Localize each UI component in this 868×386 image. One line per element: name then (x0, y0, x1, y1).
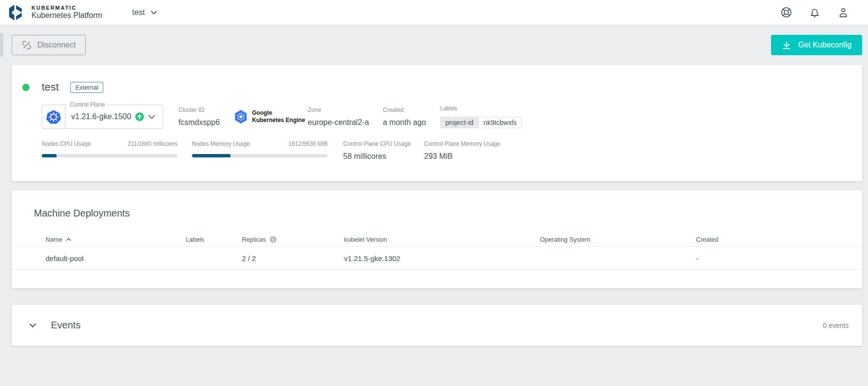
nodes-cpu-usage: Nodes CPU Usage 211/1880 millicores (42, 140, 177, 161)
help-button[interactable] (780, 6, 792, 19)
kubernetes-icon-box (42, 105, 65, 128)
get-kubeconfig-button[interactable]: Get Kubeconfig (771, 35, 862, 55)
created-label: Created (383, 107, 440, 113)
cp-memory-usage-value: 293 MiB (424, 152, 500, 161)
upgrade-available-icon[interactable] (135, 112, 144, 121)
md-created: - (696, 254, 862, 262)
brand-name: KUBERMATIC (32, 5, 102, 11)
control-plane-memory-usage: Control Plane Memory Usage 293 MiB (424, 140, 500, 161)
project-selector[interactable]: test (132, 8, 157, 17)
provider-name-line1: Google (252, 109, 305, 117)
cp-memory-usage-label: Control Plane Memory Usage (424, 140, 500, 147)
disconnect-button[interactable]: Disconnect (12, 35, 86, 55)
provider-name-line2: Kubernetes Engine (252, 117, 305, 124)
external-badge: External (70, 82, 103, 93)
label-chip: project-id nk9tcbwxls (440, 117, 522, 128)
user-icon (837, 7, 849, 18)
cp-cpu-usage-value: 58 millicores (343, 152, 420, 161)
column-header-os: Operating System (540, 236, 696, 243)
control-plane-label: Control Plane (67, 101, 108, 108)
nodes-cpu-usage-label: Nodes CPU Usage (42, 140, 91, 147)
lifebuoy-help-icon (780, 6, 792, 18)
labels-label: Labels (440, 105, 522, 112)
nodes-memory-usage-label: Nodes Memory Usage (192, 140, 250, 147)
control-plane-version: v1.21.6-gke.1500 (71, 112, 131, 121)
sort-asc-icon (66, 238, 71, 241)
info-icon[interactable] (269, 236, 277, 243)
chevron-down-icon (29, 323, 36, 328)
kubermatic-logo-icon (8, 4, 26, 21)
cluster-id-label: Cluster ID (178, 107, 234, 113)
bell-icon (809, 7, 821, 18)
md-replicas: 2 / 2 (242, 254, 344, 262)
nodes-memory-progressbar (192, 154, 328, 157)
events-title: Events (51, 320, 80, 331)
machine-deployments-card: Machine Deployments Name Labels Replicas (12, 190, 862, 288)
column-header-created: Created (696, 236, 862, 243)
column-header-labels: Labels (186, 236, 242, 243)
nodes-cpu-progress-fill (42, 154, 57, 157)
notifications-button[interactable] (808, 6, 821, 19)
user-menu-button[interactable] (837, 6, 850, 19)
cluster-toolbar: Disconnect Get Kubeconfig (0, 35, 868, 55)
disconnect-button-label: Disconnect (37, 41, 76, 49)
nodes-cpu-progressbar (42, 154, 177, 157)
column-header-replicas: Replicas (242, 236, 344, 243)
control-plane-cpu-usage: Control Plane CPU Usage 58 millicores (343, 140, 420, 161)
machine-deployment-row[interactable]: default-pool 2 / 2 v1.21.5-gke.1302 - (12, 247, 862, 270)
brand-subtitle: Kubernetes Platform (32, 11, 102, 20)
label-chip-key: project-id (440, 117, 478, 128)
nodes-memory-progress-fill (192, 154, 231, 157)
events-card: Events 0 events (12, 305, 862, 346)
machine-deployments-table: Name Labels Replicas kubelet Version (12, 232, 862, 270)
events-count: 0 events (823, 322, 849, 329)
kubermatic-logo[interactable]: KUBERMATIC Kubernetes Platform (8, 4, 102, 21)
zone-value: europe-central2-a (308, 118, 383, 127)
machine-deployments-title: Machine Deployments (12, 190, 862, 219)
top-header: KUBERMATIC Kubernetes Platform test (0, 0, 868, 25)
gke-icon (234, 109, 248, 124)
nodes-memory-usage-value: 1612/5636 MiB (288, 140, 328, 147)
control-plane-version-select[interactable]: Control Plane (42, 105, 163, 129)
events-expand-toggle[interactable] (29, 323, 36, 328)
chevron-down-icon (151, 11, 157, 15)
kubernetes-icon (46, 109, 61, 124)
provider-logo: Google Kubernetes Engine (234, 109, 308, 124)
sidenav-edge[interactable] (0, 33, 3, 57)
md-kubelet-version: v1.21.5-gke.1302 (344, 254, 540, 262)
nodes-cpu-usage-value: 211/1880 millicores (128, 140, 178, 147)
get-kubeconfig-label: Get Kubeconfig (798, 41, 852, 49)
column-header-name[interactable]: Name (46, 236, 186, 243)
cluster-health-dot (22, 84, 30, 91)
cluster-id-value: fcsmdxspp6 (178, 118, 234, 127)
nodes-memory-usage: Nodes Memory Usage 1612/5636 MiB (192, 140, 328, 161)
version-chevron-down-icon[interactable] (148, 115, 155, 119)
cluster-summary-card: test External Control Plane (12, 65, 862, 181)
table-header-row: Name Labels Replicas kubelet Version (12, 232, 862, 247)
cp-cpu-usage-label: Control Plane CPU Usage (343, 140, 420, 147)
cluster-name: test (42, 81, 59, 93)
label-chip-value: nk9tcbwxls (478, 117, 522, 128)
disconnect-icon (22, 40, 32, 50)
md-name: default-pool (46, 254, 186, 262)
column-header-kubelet: kubelet Version (344, 236, 540, 243)
zone-label: Zone (308, 107, 383, 113)
project-selector-label: test (132, 8, 145, 17)
download-icon (782, 40, 791, 50)
created-value: a month ago (383, 118, 440, 127)
